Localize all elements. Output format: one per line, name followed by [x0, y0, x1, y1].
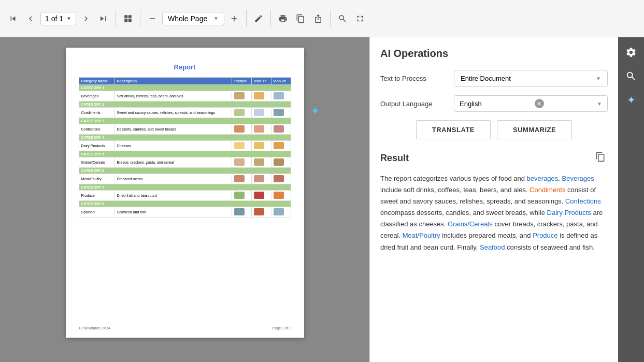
- summarize-button[interactable]: SUMMARIZE: [497, 120, 572, 139]
- col-header-icon17: Icon 17: [251, 78, 271, 85]
- ai-sidebar-button[interactable]: ✦: [621, 90, 641, 110]
- settings-sidebar-button[interactable]: [621, 42, 641, 62]
- search-button[interactable]: [335, 11, 350, 26]
- fullscreen-button[interactable]: [352, 11, 368, 26]
- edit-button[interactable]: [251, 11, 266, 26]
- text-to-process-row: Text to Process Entire Document ▼: [380, 70, 608, 87]
- grid-view-button[interactable]: [120, 11, 136, 26]
- col-header-icon25: Icon 25: [271, 78, 291, 85]
- ai-panel-title: AI Operations: [380, 48, 608, 60]
- table-row: CATEGORY 8: [79, 201, 291, 207]
- multipage-print-button[interactable]: [293, 11, 308, 26]
- table-row: Produce Dried fruit and bean curd: [79, 191, 291, 201]
- page-indicator[interactable]: 1 of 1 ▼: [40, 12, 76, 25]
- result-title: Result: [380, 153, 409, 164]
- table-row: CATEGORY 7: [79, 184, 291, 191]
- col-header-category: Category Name: [79, 78, 115, 85]
- toolbar: 1 of 1 ▼ Whole Page ▼: [0, 0, 644, 37]
- table-row: Grains/Cereals Breads, crackers, pasta, …: [79, 157, 291, 168]
- table-row: CATEGORY 3: [79, 118, 291, 124]
- action-buttons: TRANSLATE SUMMARIZE: [380, 120, 608, 139]
- separator-3: [246, 10, 247, 27]
- document-title: Report: [79, 63, 291, 71]
- footer-date: 12 November, 2024: [79, 326, 110, 330]
- output-language-label: Output Language: [380, 100, 448, 108]
- output-language-arrow: ▼: [597, 101, 602, 107]
- right-sidebar: ✦: [618, 37, 644, 362]
- sparkle-decoration: ✦: [309, 104, 320, 119]
- table-row: Condiments Sweet and savory sauces, reli…: [79, 108, 291, 118]
- table-row: Dairy Products Cheeses: [79, 141, 291, 151]
- separator-4: [270, 10, 271, 27]
- page-next-button[interactable]: [78, 11, 94, 26]
- table-row: Confections Desserts, candies, and sweet…: [79, 124, 291, 135]
- zoom-select[interactable]: Whole Page ▼: [162, 12, 224, 25]
- separator-1: [116, 10, 116, 27]
- translate-button[interactable]: TRANSLATE: [416, 120, 491, 139]
- separator-2: [140, 10, 140, 27]
- copy-result-button[interactable]: [593, 150, 608, 167]
- text-to-process-label: Text to Process: [380, 75, 448, 82]
- result-text: The report categorizes various types of …: [380, 173, 608, 253]
- clear-language-button[interactable]: ✕: [535, 99, 544, 108]
- document-table: Category Name Description Picture Icon 1…: [79, 77, 291, 218]
- page-dropdown-arrow: ▼: [66, 16, 71, 21]
- table-row: CATEGORY 5: [79, 151, 291, 157]
- col-header-description: Description: [115, 78, 232, 85]
- footer-page: Page 1 of 1: [273, 326, 291, 330]
- text-to-process-select[interactable]: Entire Document ▼: [454, 70, 608, 87]
- zoom-out-button[interactable]: [145, 11, 160, 26]
- share-button[interactable]: [310, 11, 326, 26]
- table-row: Seafood Seaweed and fish: [79, 207, 291, 218]
- main-area: Report Category Name Description Picture…: [0, 37, 644, 362]
- search-sidebar-button[interactable]: [621, 66, 641, 86]
- table-row: CATEGORY 1: [79, 85, 291, 91]
- result-section: Result The report categorizes various ty…: [380, 150, 608, 253]
- zoom-in-button[interactable]: [226, 11, 242, 26]
- page-last-button[interactable]: [96, 11, 111, 26]
- document-viewer[interactable]: Report Category Name Description Picture…: [0, 37, 369, 362]
- table-row: CATEGORY 2: [79, 102, 291, 108]
- print-button[interactable]: [275, 11, 291, 26]
- page-prev-button[interactable]: [23, 11, 38, 26]
- output-language-select[interactable]: English ✕ ▼: [454, 95, 608, 112]
- table-row: Meat/Poultry Prepared meats: [79, 174, 291, 184]
- table-row: CATEGORY 4: [79, 135, 291, 141]
- separator-5: [330, 10, 331, 27]
- table-row: Beverages Soft drinks, coffees, teas, be…: [79, 91, 291, 102]
- zoom-dropdown-arrow: ▼: [213, 16, 219, 21]
- document-footer: 12 November, 2024 Page 1 of 1: [79, 326, 291, 330]
- result-header: Result: [380, 150, 608, 167]
- col-header-picture: Picture: [232, 78, 251, 85]
- page-first-button[interactable]: [5, 11, 21, 26]
- output-language-row: Output Language English ✕ ▼: [380, 95, 608, 112]
- text-to-process-arrow: ▼: [596, 76, 601, 81]
- table-row: CATEGORY 6: [79, 168, 291, 174]
- document-page: Report Category Name Description Picture…: [66, 48, 304, 338]
- ai-panel: AI Operations Text to Process Entire Doc…: [369, 37, 618, 362]
